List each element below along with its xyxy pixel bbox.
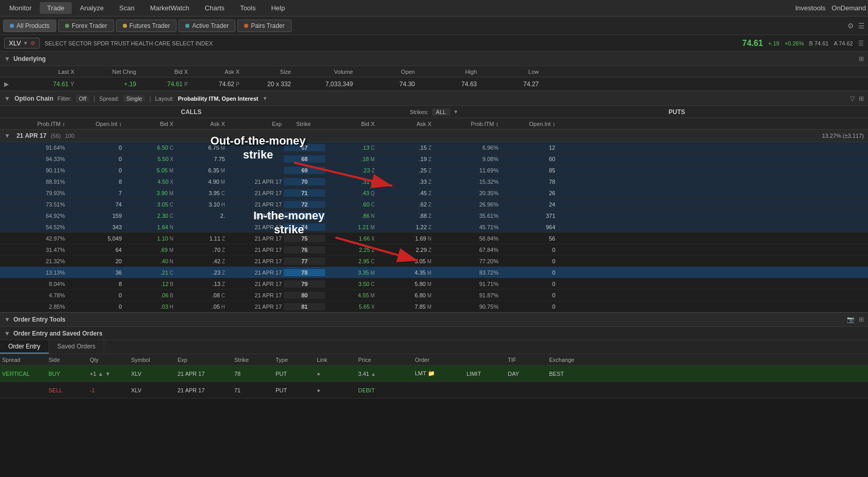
ask-put-14[interactable]: 7.85 M — [377, 304, 433, 310]
underlying-settings-icon[interactable]: ⊞ — [859, 55, 864, 62]
spread-value[interactable]: Single — [123, 95, 146, 102]
ask-put-6[interactable]: .88 Z — [377, 213, 433, 219]
bid-call-2[interactable]: 5.05 M — [124, 167, 175, 173]
ask-call-12[interactable]: .13 Z — [175, 281, 227, 287]
oe-expand-icon[interactable]: ▼ — [4, 316, 10, 323]
bid-put-3[interactable]: .31 N — [325, 179, 377, 185]
nav-trade[interactable]: Trade — [40, 2, 71, 14]
bid-put-14[interactable]: 5.65 X — [325, 304, 377, 310]
bid-put-11[interactable]: 3.35 M — [325, 269, 377, 276]
ask-put-9[interactable]: 2.29 Z — [377, 247, 433, 253]
chain-filter-icon[interactable]: ▽ — [850, 95, 855, 102]
strike-0[interactable]: 67 — [284, 144, 325, 151]
option-row-0[interactable]: 91.64% 0 6.50 C 6.75 M 67 .13 C .15 Z 6.… — [0, 142, 868, 153]
bid-call-6[interactable]: 2.30 C — [124, 213, 175, 219]
ch-exp[interactable]: Exp — [227, 121, 284, 127]
ticker-menu-icon[interactable]: ☰ — [858, 40, 864, 47]
bid-call-13[interactable]: .06 B — [124, 292, 175, 298]
strike-9[interactable]: 76 — [284, 246, 325, 253]
ask-put-8[interactable]: 1.69 N — [377, 235, 433, 242]
strike-4[interactable]: 71 — [284, 189, 325, 197]
option-row-9[interactable]: 31.47% 64 .69 M .70 Z 21 APR 17 76 2.25 … — [0, 244, 868, 256]
option-row-2[interactable]: 90.11% 0 5.05 M 6.35 M 69 .23 Z .25 Z 11… — [0, 165, 868, 176]
strike-2[interactable]: 69 — [284, 167, 325, 174]
or-side-sell[interactable]: SELL — [46, 387, 88, 393]
or-side-buy[interactable]: BUY — [46, 371, 88, 377]
option-row-3[interactable]: 88.91% 8 4.50 X 4.90 M 21 APR 17 70 .31 … — [0, 176, 868, 187]
bid-put-6[interactable]: .86 N — [325, 213, 377, 219]
ask-call-3[interactable]: 4.90 M — [175, 179, 227, 185]
investools-link[interactable]: Investools — [795, 4, 826, 12]
pairs-trader-btn[interactable]: Pairs Trader — [237, 20, 291, 32]
ask-call-6[interactable]: 2. — [175, 213, 227, 219]
ask-call-10[interactable]: .42 Z — [175, 258, 227, 264]
tab-saved-orders[interactable]: Saved Orders — [49, 340, 104, 354]
or-order-icon[interactable]: 📁 — [428, 370, 435, 376]
ask-put-3[interactable]: .33 Z — [377, 179, 433, 185]
or-qty-up[interactable]: ▲ — [98, 371, 104, 377]
option-row-10[interactable]: 21.32% 20 .40 N .42 Z 21 APR 17 77 2.95 … — [0, 256, 868, 267]
ask-put-4[interactable]: .45 Z — [377, 190, 433, 196]
ch-bid-call[interactable]: Bid X — [124, 121, 175, 127]
all-products-btn[interactable]: All Products — [3, 20, 56, 32]
option-row-14[interactable]: 2.85% 0 .03 H .05 H 21 APR 17 81 5.65 X … — [0, 301, 868, 312]
option-row-7[interactable]: 54.52% 343 1.64 N 21 APR 17 74 1.21 M 1.… — [0, 221, 868, 233]
ask-call-14[interactable]: .05 H — [175, 304, 227, 310]
strike-5[interactable]: 72 — [284, 201, 325, 208]
active-trader-btn[interactable]: Active Trader — [179, 20, 235, 32]
tab-order-entry[interactable]: Order Entry — [0, 340, 49, 354]
ask-put-11[interactable]: 4.35 M — [377, 269, 433, 276]
settings-icon[interactable]: ⚙ — [847, 22, 854, 30]
ask-put-13[interactable]: 6.80 M — [377, 292, 433, 298]
nav-marketwatch[interactable]: MarketWatch — [143, 2, 197, 14]
strike-11[interactable]: 78 — [284, 269, 325, 276]
option-row-6[interactable]: 64.92% 159 2.30 C 2. 21 APR 17 73 .86 N … — [0, 210, 868, 221]
ask-call-9[interactable]: .70 Z — [175, 247, 227, 253]
or-qty-down[interactable]: ▼ — [105, 371, 111, 377]
price-up[interactable]: ▲ — [371, 371, 376, 377]
ask-call-8[interactable]: 1.11 Z — [175, 235, 227, 242]
bid-put-9[interactable]: 2.25 Z — [325, 247, 377, 253]
ch-open-int-call[interactable]: Open.Int ↕ — [67, 121, 124, 127]
expiry-expand-icon[interactable]: ▼ — [4, 132, 10, 139]
nav-monitor[interactable]: Monitor — [2, 2, 39, 14]
strike-6[interactable]: 73 — [284, 212, 325, 219]
ch-ask-call[interactable]: Ask X — [175, 121, 227, 127]
bid-put-2[interactable]: .23 Z — [325, 167, 377, 173]
strikes-dropdown[interactable]: ▼ — [453, 109, 458, 115]
filter-value[interactable]: Off — [76, 95, 89, 102]
or-link-sell[interactable]: ● — [315, 387, 356, 393]
ask-call-13[interactable]: .08 C — [175, 292, 227, 298]
ch-strike[interactable]: Strike — [284, 121, 325, 127]
oe-expand-icon2[interactable]: ⊞ — [859, 316, 864, 323]
strike-13[interactable]: 80 — [284, 292, 325, 299]
bid-call-4[interactable]: 3.90 M — [124, 190, 175, 196]
option-row-5[interactable]: 73.51% 74 3.05 C 3.10 H 21 APR 17 72 .60… — [0, 199, 868, 210]
bid-call-12[interactable]: .12 B — [124, 281, 175, 287]
ask-call-4[interactable]: 3.95 C — [175, 190, 227, 196]
bid-call-10[interactable]: .40 N — [124, 258, 175, 264]
strike-12[interactable]: 79 — [284, 280, 325, 288]
ask-put-2[interactable]: .25 Z — [377, 167, 433, 173]
menu-icon[interactable]: ☰ — [858, 22, 865, 30]
layout-dropdown-icon[interactable]: ▼ — [263, 96, 268, 101]
forex-trader-btn[interactable]: Forex Trader — [58, 20, 114, 32]
nav-scan[interactable]: Scan — [112, 2, 142, 14]
bid-put-0[interactable]: .13 C — [325, 145, 377, 151]
nav-charts[interactable]: Charts — [198, 2, 232, 14]
chain-expand-icon[interactable]: ⊞ — [859, 95, 864, 102]
bid-put-5[interactable]: .60 C — [325, 201, 377, 208]
option-row-12[interactable]: 8.04% 8 .12 B .13 Z 21 APR 17 79 3.50 C … — [0, 278, 868, 290]
ask-put-1[interactable]: .19 Z — [377, 156, 433, 162]
option-row-8[interactable]: 42.97% 5,049 1.10 N 1.11 Z 21 APR 17 75 … — [0, 233, 868, 244]
ask-put-5[interactable]: .62 Z — [377, 201, 433, 208]
ch-ask-put[interactable]: Ask X — [377, 121, 433, 127]
bid-call-1[interactable]: 5.50 X — [124, 156, 175, 162]
strike-3[interactable]: 70 — [284, 178, 325, 185]
bid-put-8[interactable]: 1.66 X — [325, 235, 377, 242]
underlying-expand-icon[interactable]: ▼ — [4, 55, 10, 62]
ch-prob-itm-put[interactable]: Prob.ITM ↕ — [433, 121, 501, 127]
ch-open-int-put[interactable]: Open.Int ↕ — [501, 121, 557, 127]
ask-put-12[interactable]: 5.80 M — [377, 281, 433, 287]
strike-1[interactable]: 68 — [284, 155, 325, 163]
